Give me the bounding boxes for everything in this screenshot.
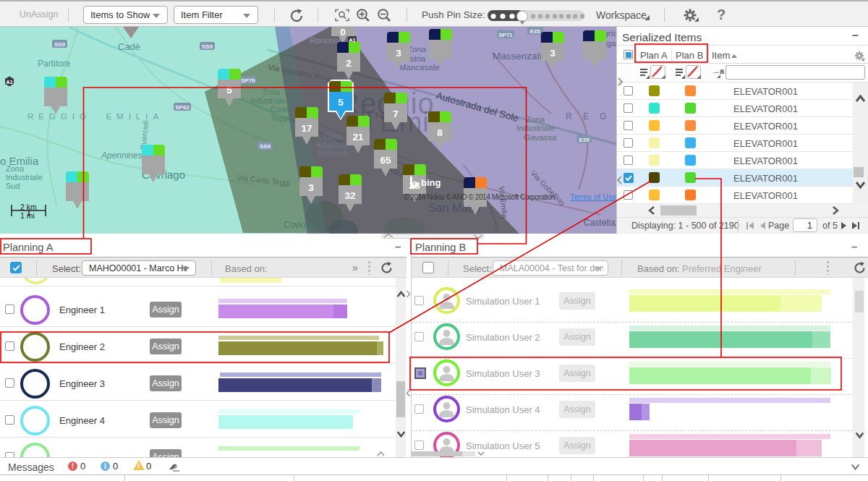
svg-text:Industriale: Industriale: [6, 173, 43, 182]
svg-text:8: 8: [437, 127, 443, 138]
svg-text:Sud: Sud: [6, 182, 20, 190]
svg-text:REGGIO EMILIA: REGGIO EMILIA: [27, 112, 163, 121]
svg-text:Tegge: Tegge: [271, 114, 292, 122]
svg-text:Mancasale: Mancasale: [399, 63, 440, 72]
svg-text:Corte: Corte: [271, 105, 289, 114]
svg-text:65: 65: [380, 155, 391, 166]
svg-text:Terms of Use: Terms of Use: [570, 192, 616, 201]
svg-text:Zona: Zona: [323, 132, 341, 140]
svg-text:2 km: 2 km: [20, 203, 37, 211]
svg-text:Coviolo: Coviolo: [284, 220, 312, 230]
svg-text:5: 5: [338, 97, 344, 108]
svg-text:2: 2: [346, 58, 352, 69]
svg-text:Industriale: Industriale: [516, 124, 555, 132]
svg-text:1 mi: 1 mi: [20, 211, 35, 220]
svg-text:SS9: SS9: [202, 43, 213, 50]
svg-text:SP62: SP62: [175, 104, 190, 111]
svg-text:© 2014 Nokia © AND © 2014 Micr: © 2014 Nokia © AND © 2014 Microsoft Corp…: [404, 193, 555, 201]
svg-text:Cadè: Cadè: [118, 41, 140, 52]
svg-text:Zona: Zona: [263, 88, 280, 96]
svg-text:SS9: SS9: [260, 143, 271, 150]
svg-text:Betonica: Betonica: [318, 148, 348, 157]
svg-text:17: 17: [301, 123, 312, 134]
svg-text:Castellaz: Castellaz: [584, 218, 616, 228]
svg-text:3: 3: [550, 48, 556, 59]
svg-text:32: 32: [344, 190, 355, 201]
svg-text:SS9: SS9: [54, 41, 66, 48]
svg-text:Zona: Zona: [6, 164, 25, 173]
svg-text:SP70: SP70: [241, 77, 255, 84]
svg-text:Partitore: Partitore: [38, 59, 71, 69]
svg-text:3: 3: [396, 48, 401, 59]
svg-text:Apennines: Apennines: [101, 150, 142, 161]
svg-text:E35: E35: [579, 137, 590, 143]
svg-text:SP71: SP71: [498, 32, 513, 38]
svg-text:0: 0: [340, 27, 346, 38]
svg-text:7: 7: [393, 108, 399, 119]
svg-text:Zona: Zona: [407, 45, 427, 54]
svg-text:A1: A1: [6, 79, 13, 85]
svg-text:bing: bing: [421, 177, 441, 188]
svg-text:21: 21: [352, 132, 364, 142]
svg-text:Zona: Zona: [526, 115, 545, 124]
svg-text:E35: E35: [529, 28, 540, 35]
svg-text:3: 3: [308, 182, 314, 193]
svg-text:Industriale di: Industriale di: [250, 96, 294, 105]
svg-text:R E G G: R E G G: [566, 111, 616, 122]
svg-text:5: 5: [226, 85, 232, 95]
svg-text:Gavassa: Gavassa: [524, 133, 557, 142]
